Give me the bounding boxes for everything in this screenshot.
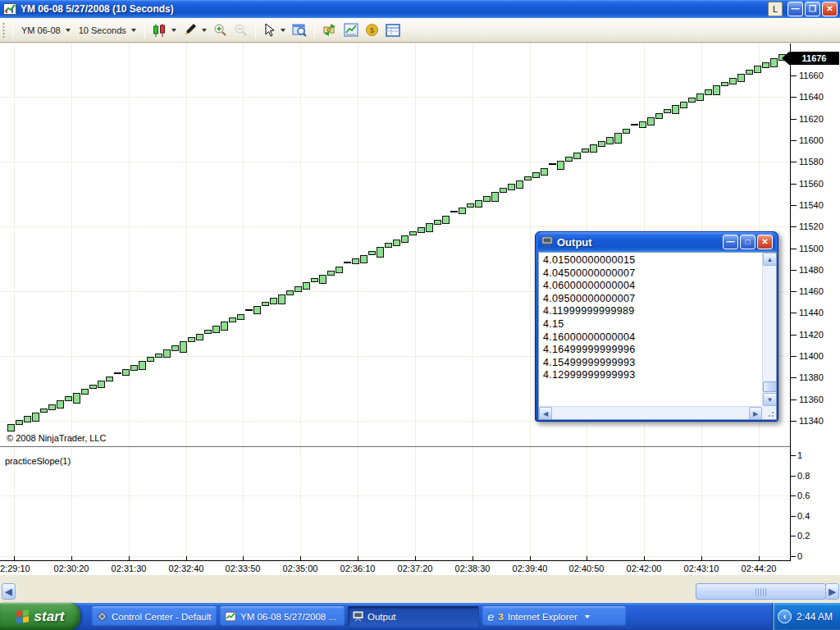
price-axis-label: 11340 [799,416,824,426]
candle [270,298,277,304]
taskbar-item-control-center[interactable]: Control Center - Default [92,606,217,627]
minimize-button[interactable]: — [788,2,803,16]
candle [139,361,146,370]
drawing-tools-button[interactable] [180,21,209,39]
interval-dropdown[interactable]: 10 Seconds [75,24,140,37]
time-axis-label: 2:29:10 [0,564,30,573]
output-line: 4.15 [543,318,761,331]
horizontal-gridline [0,226,790,227]
chart-style-button[interactable] [150,21,179,39]
candle [688,98,696,103]
candle [672,105,679,114]
candle [221,322,228,331]
output-window-title: Output [557,236,721,249]
restore-button[interactable]: ❐ [805,2,820,16]
taskbar-item-internet-explorer[interactable]: e 3 Internet Explorer [482,606,626,627]
doji-dash [114,372,121,374]
price-tick [790,97,797,98]
indicator-tick [790,516,796,517]
cursor-mode-button[interactable] [261,21,288,39]
price-tick [790,140,797,141]
price-axis-label: 11400 [799,351,824,361]
zoom-out-button[interactable] [231,21,250,39]
pencil-icon [183,23,197,37]
taskbar-item-output[interactable]: Output [348,606,479,627]
candle [196,334,203,340]
output-titlebar[interactable]: Output — □ ✕ [538,232,775,252]
indicator-tick [790,476,796,477]
horizontal-gridline [0,556,790,557]
doji-dash [245,309,253,311]
account-performance-button[interactable] [320,21,340,39]
candle [737,74,745,82]
candle [319,275,326,284]
price-axis-label: 11380 [799,372,824,382]
taskbar: start Control Center - Default YM 06-08 … [0,603,840,630]
indicator-tick [790,455,796,456]
candle [303,282,310,290]
time-tick [587,556,587,560]
candle [368,251,376,255]
candle [606,137,614,144]
price-tick [790,249,797,249]
data-box-button[interactable] [290,21,309,39]
output-horizontal-scrollbar[interactable]: ◀ ▶ [539,406,762,419]
candle [163,349,171,358]
candle [106,377,113,381]
scroll-thumb[interactable] [696,583,826,600]
scroll-left-button[interactable]: ◀ [2,583,16,600]
candle [188,337,195,342]
candle [327,271,335,276]
scroll-left-button[interactable]: ◀ [539,407,552,420]
time-axis-label: 02:36:10 [340,564,376,573]
link-button[interactable]: L [768,2,783,16]
chevron-down-icon [171,29,176,32]
output-vertical-scrollbar[interactable]: ▲ ▼ [762,253,776,406]
taskbar-item-chart[interactable]: YM 06-08 5/27/2008 ... [220,606,345,627]
candle [713,85,720,95]
vscroll-thumb[interactable] [763,381,777,392]
panel-divider[interactable] [0,446,790,447]
chart-window-button[interactable] [341,21,361,39]
vertical-gridline [530,43,531,560]
instrument-dropdown[interactable]: YM 06-08 [17,24,75,37]
candle [294,286,302,292]
close-button[interactable]: ✕ [822,2,838,16]
scroll-up-button[interactable]: ▲ [763,253,777,266]
toolbar-grip[interactable] [2,22,5,39]
candle [582,148,589,153]
scroll-down-button[interactable]: ▼ [763,393,777,406]
output-line: 4.15499999999993 [543,357,761,370]
candle [171,345,179,351]
candle [393,240,400,246]
price-axis-label: 11500 [799,244,824,253]
candle [262,302,269,306]
output-easel-icon [541,236,553,248]
vertical-gridline [186,43,187,560]
scroll-right-button[interactable]: ▶ [825,583,839,600]
candle [40,409,48,413]
price-axis-label: 11640 [799,92,824,102]
simulated-account-button[interactable]: $ [363,21,381,39]
market-analyzer-button[interactable] [383,22,403,39]
svg-text:$: $ [370,26,374,34]
vertical-gridline [14,43,15,560]
scroll-right-button[interactable]: ▶ [749,407,762,420]
internet-explorer-icon: e [487,609,494,623]
candle [770,58,778,67]
output-maximize-button[interactable]: □ [740,235,756,249]
price-axis-label: 11600 [799,135,824,145]
price-axis-label: 11460 [799,286,824,296]
start-button[interactable]: start [0,603,80,630]
price-tick [790,356,797,357]
output-minimize-button[interactable]: — [723,235,738,249]
zoom-in-button[interactable] [211,21,230,39]
candle [204,330,212,334]
chart-window-titlebar[interactable]: YM 06-08 5/27/2008 (10 Seconds) L — ❐ ✕ [0,0,840,18]
time-tick [300,556,301,560]
time-tick [71,556,72,560]
output-close-button[interactable]: ✕ [757,235,773,249]
resize-grip[interactable] [762,406,776,419]
tray-collapse-icon[interactable]: ‹ [778,609,792,623]
horizontal-gridline [0,495,790,496]
